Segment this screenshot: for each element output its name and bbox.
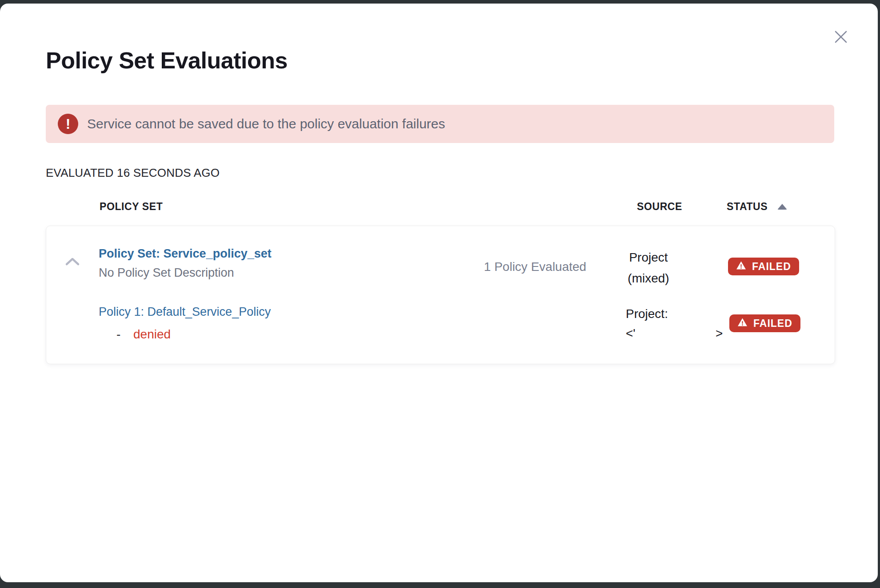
warning-icon [737,318,748,330]
policy-set-link[interactable]: Policy Set: Service_policy_set [99,247,272,261]
sort-ascending-icon[interactable] [777,204,787,210]
policy-set-description: No Policy Set Description [99,266,234,280]
policy-result-denied: denied [133,327,171,342]
error-icon: ! [58,114,78,134]
source-line-1: Project [613,247,684,268]
policy-source-open-bracket: <' [626,326,636,341]
collapse-chevron-icon[interactable] [65,257,80,268]
policy-set-evaluations-modal: Policy Set Evaluations ! Service cannot … [0,4,878,582]
error-banner-text: Service cannot be saved due to the polic… [87,105,445,143]
policy-link[interactable]: Policy 1: Default_Service_Policy [99,305,271,319]
close-button[interactable] [833,29,849,45]
status-badge: FAILED [728,258,799,275]
status-badge: FAILED [729,314,800,332]
evaluated-timestamp: EVALUATED 16 SECONDS AGO [46,166,220,180]
policy-set-source: Project (mixed) [613,247,684,289]
column-header-source: SOURCE [637,201,682,213]
policy-source-label: Project: [626,307,668,321]
column-header-policy-set: POLICY SET [100,201,163,213]
warning-icon [736,261,746,273]
error-banner: ! Service cannot be saved due to the pol… [46,105,834,143]
policy-set-evaluation-card: Policy Set: Service_policy_set No Policy… [46,226,835,364]
column-header-status[interactable]: STATUS [727,201,768,213]
page-title: Policy Set Evaluations [46,47,288,74]
status-badge-label: FAILED [753,318,792,330]
result-dash: - [116,327,120,342]
policies-evaluated-count: 1 Policy Evaluated [471,260,600,274]
status-badge-label: FAILED [752,261,791,273]
policy-source-close-bracket: > [716,326,723,341]
source-line-2: (mixed) [613,268,684,289]
close-icon [833,40,849,46]
